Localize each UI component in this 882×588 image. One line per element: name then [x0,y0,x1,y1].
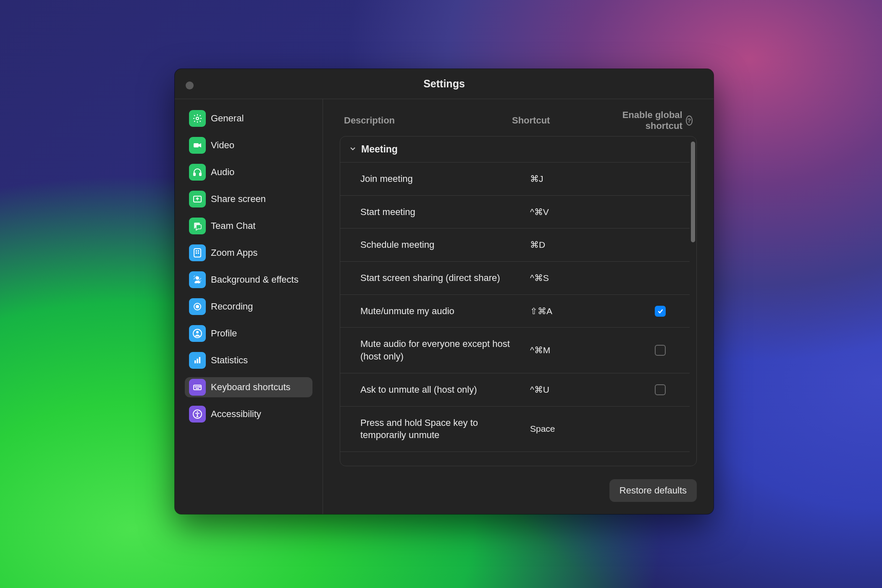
shortcut-row: Press and hold Space key to temporarily … [340,407,690,452]
shortcut-row: Start screen sharing (direct share)^⌘S [340,262,690,295]
sidebar-item-label: General [211,113,244,124]
shortcut-key[interactable]: ⇧⌘A [530,306,639,316]
svg-rect-9 [196,252,197,254]
svg-point-20 [195,386,196,387]
sidebar-item-label: Background & effects [211,274,299,285]
column-enable-global-header: Enable global shortcut ? [621,110,693,132]
svg-point-26 [197,411,198,413]
shortcut-key[interactable]: Space [530,424,639,434]
sidebar-item-general[interactable]: General [185,108,312,129]
settings-window: Settings GeneralVideoAudioShare screenTe… [175,69,714,514]
window-title: Settings [423,78,465,90]
sidebar-item-share-screen[interactable]: Share screen [185,189,312,209]
shortcut-description: Schedule meeting [360,239,530,251]
settings-main: Description Shortcut Enable global short… [323,99,714,514]
sidebar-item-recording[interactable]: Recording [185,297,312,317]
shortcut-description: Start screen sharing (direct share) [360,272,530,284]
sidebar-item-label: Recording [211,301,253,312]
titlebar: Settings [175,69,714,99]
global-shortcut-checkbox[interactable] [655,345,666,356]
svg-point-11 [196,277,199,279]
svg-point-13 [196,305,199,308]
shortcut-key[interactable]: ⌘D [530,240,639,250]
sidebar-item-label: Video [211,140,234,151]
shortcut-global-cell [639,345,681,356]
column-headers: Description Shortcut Enable global short… [340,105,697,136]
chevron-down-icon [349,144,357,155]
global-shortcut-checkbox[interactable] [655,384,666,395]
sidebar-item-label: Profile [211,328,237,339]
restore-defaults-button[interactable]: Restore defaults [609,479,697,502]
svg-rect-3 [194,173,195,176]
sidebar-item-label: Statistics [211,355,248,366]
profile-icon [189,325,206,342]
stats-icon [189,352,206,369]
svg-rect-18 [199,357,201,363]
shortcut-key[interactable]: ^⌘M [530,345,639,355]
sharescreen-icon [189,191,206,207]
sidebar-item-label: Team Chat [211,220,255,231]
enable-global-label: Enable global shortcut [621,110,682,132]
settings-sidebar: GeneralVideoAudioShare screenTeam ChatZo… [175,99,323,514]
sidebar-item-label: Audio [211,167,234,178]
scrollbar-thumb[interactable] [691,142,695,242]
shortcut-key[interactable]: ^⌘S [530,273,639,283]
shortcut-key[interactable]: ^⌘V [530,207,639,217]
sidebar-item-label: Share screen [211,194,266,205]
shortcut-row: Mute audio for everyone except host (hos… [340,328,690,373]
svg-point-22 [198,386,199,387]
sidebar-item-profile[interactable]: Profile [185,323,312,344]
shortcut-description: Press and hold Space key to temporarily … [360,417,530,441]
global-shortcut-checkbox[interactable] [655,306,666,317]
svg-point-15 [196,331,199,333]
shortcut-row: Schedule meeting⌘D [340,228,690,262]
shortcut-description: Mute audio for everyone except host (hos… [360,338,530,362]
shortcuts-table-scroll[interactable]: MeetingJoin meeting⌘JStart meeting^⌘VSch… [340,136,690,466]
column-description-header: Description [344,115,512,126]
shortcut-description: Join meeting [360,173,530,185]
shortcut-row: Mute/unmute my audio⇧⌘A [340,295,690,328]
svg-rect-6 [194,249,201,257]
svg-rect-10 [198,252,199,254]
svg-rect-4 [200,173,201,176]
sidebar-item-label: Keyboard shortcuts [211,382,291,393]
headphones-icon [189,164,206,181]
footer: Restore defaults [340,466,697,504]
sidebar-item-audio[interactable]: Audio [185,162,312,182]
shortcut-description: Start meeting [360,206,530,218]
gear-icon [189,110,206,127]
window-close-dot[interactable] [186,81,194,89]
svg-rect-17 [197,359,198,363]
background-icon [189,271,206,288]
shortcut-description: Mute/unmute my audio [360,305,530,318]
sidebar-item-team-chat[interactable]: Team Chat [185,216,312,236]
svg-point-23 [200,386,200,387]
keyboard-icon [189,379,206,396]
sidebar-item-statistics[interactable]: Statistics [185,350,312,370]
accessibility-icon [189,406,206,423]
sidebar-item-video[interactable]: Video [185,135,312,155]
svg-rect-7 [196,250,197,252]
video-icon [189,137,206,154]
sidebar-item-zoom-apps[interactable]: Zoom Apps [185,243,312,263]
svg-point-21 [197,386,197,387]
shortcut-global-cell [639,306,681,317]
svg-rect-16 [194,360,196,363]
scrollbar-vertical[interactable] [690,136,696,466]
svg-rect-8 [198,250,199,252]
column-shortcut-header: Shortcut [512,115,621,126]
shortcuts-table: MeetingJoin meeting⌘JStart meeting^⌘VSch… [340,136,697,466]
sidebar-item-background-effects[interactable]: Background & effects [185,270,312,290]
shortcut-row: Start meeting^⌘V [340,196,690,229]
svg-marker-2 [199,143,201,147]
sidebar-item-accessibility[interactable]: Accessibility [185,404,312,424]
shortcut-key[interactable]: ^⌘U [530,385,639,395]
sidebar-item-keyboard-shortcuts[interactable]: Keyboard shortcuts [185,377,312,397]
section-header-meeting[interactable]: Meeting [340,136,690,163]
chat-icon [189,218,206,234]
section-title: Meeting [361,144,398,155]
help-icon[interactable]: ? [686,116,693,126]
svg-point-0 [196,117,199,120]
shortcut-key[interactable]: ⌘J [530,174,639,184]
shortcut-row: Ask to unmute all (host only)^⌘U [340,373,690,407]
